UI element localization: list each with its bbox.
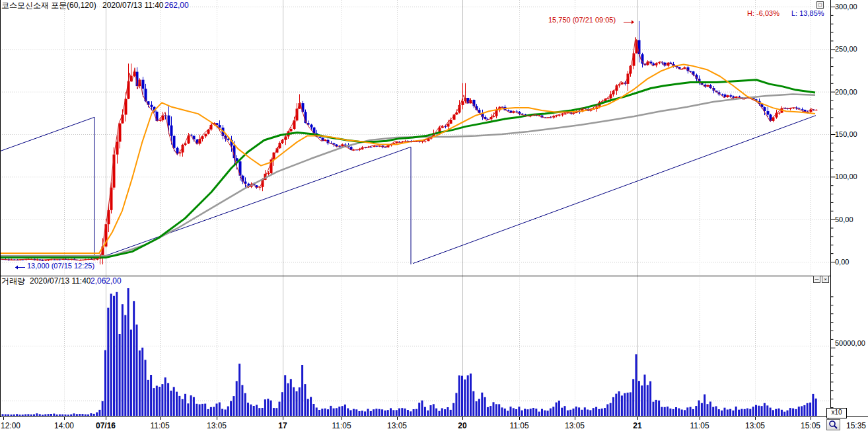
minimize-pane-icon[interactable]: ─ — [813, 276, 820, 283]
volume-scale-badge: x10 — [826, 408, 847, 418]
high-percent-label: H: -6,03% — [747, 9, 779, 18]
volume-title: 거래량 — [1, 277, 25, 286]
x-axis-label: 13:05 — [737, 421, 774, 430]
annotation-arrows — [15, 20, 634, 270]
low-price-annotation: 13,000 (07/15 12:25) — [27, 262, 94, 270]
price-y-axis-label: 250,00 — [835, 45, 857, 53]
x-axis-label: 17 — [264, 421, 301, 430]
x-axis-label: 11:05 — [681, 421, 718, 430]
price-y-axis-label: 0,00 — [835, 258, 849, 266]
chart-canvas — [0, 0, 868, 433]
x-axis-label: 14:00 — [46, 421, 83, 430]
zoom-button[interactable] — [826, 419, 840, 430]
x-axis-label: 13:05 — [198, 421, 235, 430]
candlesticks — [2, 21, 818, 264]
x-axis-label: 20 — [444, 421, 481, 430]
x-axis-label: 11:05 — [141, 421, 178, 430]
price-datetime: 2020/07/13 11:40 — [102, 1, 164, 10]
x-axis-label: 11:05 — [501, 421, 538, 430]
price-y-axis-label: 50,00 — [835, 216, 853, 223]
volume-datetime: 2020/07/13 11:40 — [30, 277, 91, 286]
x-axis-label: 15:35 — [846, 421, 868, 430]
peak-price-annotation: 15,750 (07/21 09:05) — [548, 16, 616, 24]
volume-value: 2,062,00 — [90, 277, 122, 286]
stock-chart-window: 코스모신소재 포문 (60,120) 2020/07/13 11:40 262,… — [0, 0, 868, 433]
price-y-axis-label: 150,00 — [835, 130, 857, 138]
x-axis-label: 13:05 — [556, 421, 593, 430]
close-pane-icon[interactable]: × — [822, 276, 829, 283]
ma-fast-line — [0, 37, 815, 260]
price-value: 262,00 — [164, 1, 189, 10]
magnifier-icon — [827, 420, 840, 430]
price-y-axis-label: 300,00 — [835, 3, 857, 11]
x-axis-label: 11:05 — [323, 421, 360, 430]
ma60-line — [0, 65, 815, 254]
x-axis-label: 21 — [619, 421, 656, 430]
x-axis-label: 12:00 — [1, 421, 38, 430]
volume-y-axis-label: 50000,00 — [835, 339, 865, 347]
restore-window-icon[interactable]: □ — [816, 1, 824, 9]
low-percent-label: L: 13,85% — [791, 9, 824, 18]
price-y-axis-label: 100,00 — [835, 173, 857, 180]
indicator-params: (60,120) — [67, 1, 96, 10]
x-axis-label: 07/16 — [87, 421, 124, 430]
x-axis-label: 13:05 — [379, 421, 416, 430]
x-axis-label: 15:05 — [792, 421, 829, 430]
volume-bars — [2, 288, 817, 416]
price-y-axis-label: 200,00 — [835, 88, 857, 96]
stock-title: 코스모신소재 포문 — [1, 1, 67, 10]
